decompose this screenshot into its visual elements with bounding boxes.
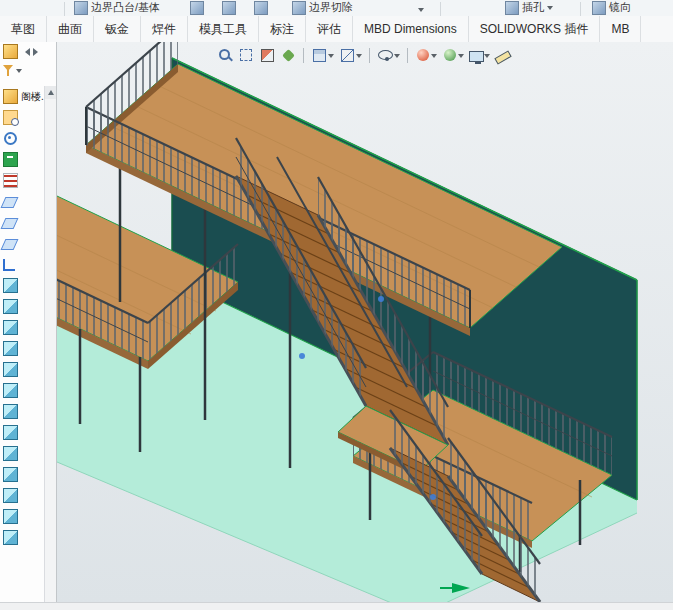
dynamic-annotation-button[interactable]: [279, 45, 298, 65]
viewport-canvas[interactable]: [57, 42, 673, 603]
command-manager-tabs: 草图 曲面 钣金 焊件 模具工具 标注 评估 MBD Dimensions SO…: [0, 16, 673, 43]
filter-icon[interactable]: [3, 65, 13, 76]
tree-item[interactable]: [0, 380, 45, 401]
dropdown-caret-icon: [458, 54, 464, 61]
tree-item[interactable]: [0, 191, 45, 212]
zoom-area-button[interactable]: [236, 45, 256, 65]
hide-show-items-button[interactable]: [375, 45, 402, 65]
history-folder-icon: [3, 110, 18, 125]
mirror-button[interactable]: 镜向: [592, 0, 631, 15]
heads-up-toolbar: [215, 45, 513, 65]
component-icon: [3, 362, 18, 377]
display-style-icon: [341, 49, 354, 62]
mirror-icon: [592, 1, 606, 15]
tree-item[interactable]: [0, 401, 45, 422]
tree-item[interactable]: [0, 338, 45, 359]
tree-item[interactable]: [0, 170, 45, 191]
tree-item[interactable]: [0, 233, 45, 254]
component-icon: [3, 425, 18, 440]
tab-surfaces[interactable]: 曲面: [47, 16, 94, 42]
hole-label: 插孔: [522, 0, 544, 15]
tree-back-button[interactable]: [21, 48, 30, 56]
view-settings-button[interactable]: [467, 45, 492, 65]
sensors-icon: [4, 132, 17, 145]
feature-button[interactable]: [254, 1, 268, 15]
dropdown-caret-icon: [418, 8, 424, 15]
tree-item-assembly-root[interactable]: 阁楼...: [0, 86, 45, 107]
display-style-button[interactable]: [337, 45, 364, 65]
tree-item[interactable]: [0, 296, 45, 317]
edit-appearance-icon: [417, 49, 429, 61]
zoom-fit-button[interactable]: [215, 45, 235, 65]
dropdown-caret-icon: [328, 54, 334, 61]
tree-item[interactable]: [0, 254, 45, 275]
status-bar: [0, 602, 673, 610]
zoom-fit-icon: [217, 47, 233, 63]
feature-button[interactable]: [222, 1, 236, 15]
feature-manager-panel: 阁楼...: [0, 42, 57, 603]
tab-sheet-metal[interactable]: 钣金: [94, 16, 141, 42]
section-view-button[interactable]: [257, 45, 278, 65]
dropdown-caret-icon: [547, 6, 553, 13]
assembly-icon: [3, 89, 18, 104]
tab-mold-tools[interactable]: 模具工具: [188, 16, 259, 42]
hide-show-items-icon: [378, 50, 393, 60]
view-orientation-icon: [313, 49, 326, 62]
annotations-icon: [3, 152, 18, 167]
toolbar-separator: [580, 2, 581, 16]
tree-item[interactable]: [0, 212, 45, 233]
component-icon: [3, 488, 18, 503]
feature-icon: [190, 1, 204, 15]
tree-item[interactable]: [0, 527, 45, 548]
panel-header: [0, 42, 56, 61]
tab-sketch[interactable]: 草图: [0, 16, 47, 42]
tab-mbd-truncated[interactable]: MB: [600, 16, 641, 42]
section-view-icon: [261, 49, 274, 62]
zoom-area-icon: [240, 49, 252, 61]
component-icon: [3, 446, 18, 461]
boundary-cut-button[interactable]: 边界切除: [292, 0, 353, 15]
tree-scrollbar[interactable]: [44, 86, 56, 603]
apply-scene-button[interactable]: [440, 45, 466, 65]
graphics-area[interactable]: [57, 42, 673, 603]
hole-button[interactable]: 插孔: [505, 0, 553, 15]
scroll-up-button[interactable]: [45, 86, 56, 99]
dropdown-caret-icon: [431, 54, 437, 61]
feature-icon: [222, 1, 236, 15]
tree-item[interactable]: [0, 485, 45, 506]
feature-tree: 阁楼...: [0, 86, 45, 603]
tab-mbd-dimensions[interactable]: MBD Dimensions: [353, 16, 469, 42]
toolbar-separator: [369, 48, 370, 63]
boundary-boss-icon: [74, 1, 88, 15]
dropdown-caret-icon: [484, 54, 490, 61]
tab-weldments[interactable]: 焊件: [141, 16, 188, 42]
measure-button[interactable]: [493, 45, 513, 65]
feature-button[interactable]: [190, 1, 204, 15]
component-icon: [3, 467, 18, 482]
toolbar-separator: [303, 48, 304, 63]
boundary-boss-label: 边界凸台/基体: [91, 0, 160, 15]
tree-item[interactable]: [0, 149, 45, 170]
tree-item[interactable]: [0, 443, 45, 464]
tree-item[interactable]: [0, 275, 45, 296]
component-icon: [3, 509, 18, 524]
boundary-boss-base-button[interactable]: 边界凸台/基体: [74, 0, 160, 15]
tree-item[interactable]: [0, 422, 45, 443]
tree-item[interactable]: [0, 107, 45, 128]
measure-icon: [494, 50, 511, 64]
tree-item[interactable]: [0, 464, 45, 485]
tree-item[interactable]: [0, 317, 45, 338]
tab-solidworks-add-ins[interactable]: SOLIDWORKS 插件: [469, 16, 601, 42]
dropdown-button[interactable]: [418, 4, 424, 15]
caret-up-icon: [48, 87, 54, 95]
tree-forward-button[interactable]: [33, 48, 42, 56]
edit-appearance-button[interactable]: [413, 45, 439, 65]
tab-evaluate[interactable]: 评估: [306, 16, 353, 42]
hole-icon: [505, 1, 519, 15]
view-orientation-button[interactable]: [309, 45, 336, 65]
apply-scene-icon: [444, 49, 456, 61]
tree-item[interactable]: [0, 359, 45, 380]
tab-annotations[interactable]: 标注: [259, 16, 306, 42]
tree-item[interactable]: [0, 506, 45, 527]
tree-item[interactable]: [0, 128, 45, 149]
